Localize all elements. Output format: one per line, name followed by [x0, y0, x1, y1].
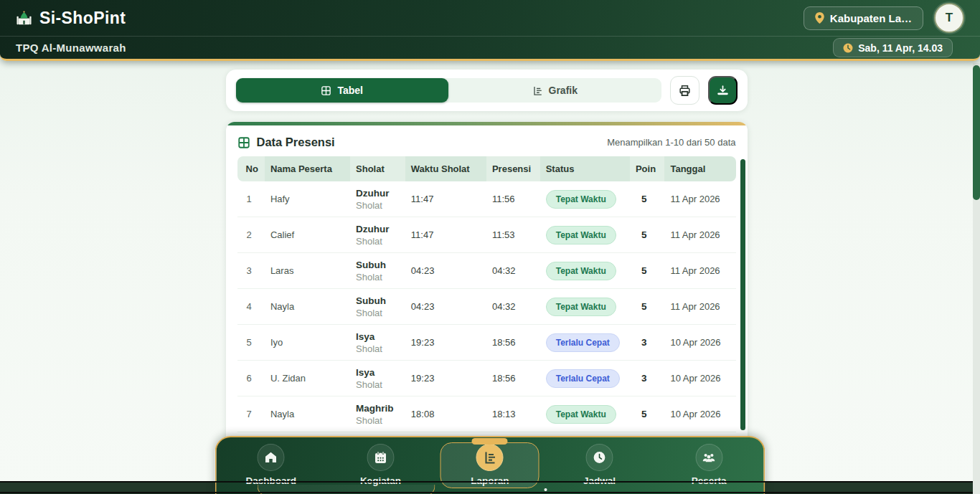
cell-status: Tepat Waktu — [540, 217, 630, 253]
download-button[interactable] — [708, 76, 738, 105]
status-badge: Tepat Waktu — [546, 226, 616, 244]
avatar[interactable]: T — [934, 3, 964, 33]
nav-item-laporan[interactable]: Laporan — [435, 444, 545, 494]
cell-tanggal: 11 Apr 2026 — [664, 289, 735, 325]
cell-waktu-sholat: 19:23 — [405, 361, 486, 396]
cell-presensi: 18:56 — [486, 325, 540, 361]
app-header: Si-ShoPint Kabupaten La… T TPQ Al-Munaww… — [0, 0, 980, 61]
sholat-sublabel: Sholat — [356, 415, 400, 426]
cell-waktu-sholat: 11:47 — [405, 181, 486, 217]
users-icon — [695, 444, 722, 471]
col-tanggal: Tanggal — [664, 156, 735, 181]
cell-status: Tepat Waktu — [540, 396, 630, 432]
cell-status: Terlalu Cepat — [540, 325, 630, 361]
tab-grafik-label: Grafik — [549, 85, 578, 96]
cell-presensi: 11:56 — [486, 181, 540, 217]
table-header: No Nama Peserta Sholat Waktu Sholat Pres… — [237, 156, 736, 181]
status-badge: Tepat Waktu — [546, 262, 616, 280]
chart-icon — [532, 85, 543, 96]
nav-item-dashboard[interactable]: Dashboard — [217, 444, 326, 494]
cell-sholat: SubuhSholat — [350, 289, 405, 325]
col-status: Status — [540, 156, 630, 181]
nav-item-kegiatan[interactable]: Kegiatan — [326, 444, 435, 494]
page-scrollbar-thumb[interactable] — [973, 65, 980, 200]
sholat-sublabel: Sholat — [356, 272, 400, 282]
location-button[interactable]: Kabupaten La… — [804, 6, 923, 30]
sholat-name: Maghrib — [356, 403, 400, 414]
cell-status: Tepat Waktu — [540, 289, 630, 325]
cell-waktu-sholat: 18:08 — [405, 396, 486, 432]
cell-nama-peserta: Calief — [265, 217, 350, 253]
cell-poin: 5 — [630, 181, 664, 217]
cell-no: 5 — [237, 325, 265, 361]
table-scrollbar[interactable] — [740, 159, 745, 430]
cell-status: Tepat Waktu — [540, 181, 630, 217]
col-waktu: Waktu Sholat — [405, 156, 486, 181]
sholat-sublabel: Sholat — [356, 236, 400, 247]
tab-grafik[interactable]: Grafik — [448, 78, 661, 103]
cell-poin: 5 — [630, 217, 664, 253]
sholat-sublabel: Sholat — [356, 200, 400, 211]
cell-no: 4 — [237, 289, 265, 325]
nav-item-jadwal[interactable]: Jadwal — [545, 444, 654, 494]
main-content: Tabel Grafik — [0, 61, 973, 494]
cell-nama-peserta: Hafy — [265, 181, 350, 217]
location-button-label: Kabupaten La… — [830, 12, 912, 24]
cell-nama-peserta: Nayla — [265, 289, 350, 325]
cell-sholat: MaghribSholat — [350, 396, 405, 432]
nav-item-peserta[interactable]: Peserta — [654, 444, 764, 494]
table-grid-icon-green — [237, 136, 250, 149]
cell-nama-peserta: Iyo — [265, 325, 350, 361]
view-toolbar: Tabel Grafik — [226, 70, 748, 111]
org-name: TPQ Al-Munawwarah — [16, 42, 126, 54]
cell-presensi: 04:32 — [486, 253, 540, 289]
cell-nama-peserta: Nayla — [265, 396, 350, 432]
avatar-initial: T — [946, 11, 953, 25]
page-scrollbar-track[interactable] — [973, 63, 980, 494]
cell-nama-peserta: U. Zidan — [265, 361, 350, 396]
col-poin: Poin — [630, 156, 664, 181]
cell-presensi: 11:53 — [486, 217, 540, 253]
cell-poin: 5 — [630, 253, 664, 289]
cell-poin: 3 — [630, 361, 664, 396]
print-button[interactable] — [670, 76, 699, 105]
datetime-badge: Sab, 11 Apr, 14.03 — [833, 38, 953, 57]
download-icon — [716, 84, 730, 98]
cell-tanggal: 10 Apr 2026 — [664, 325, 735, 361]
calendar-icon — [367, 444, 394, 471]
cell-sholat: SubuhSholat — [350, 253, 405, 289]
cell-no: 1 — [237, 181, 265, 217]
table-grid-icon — [321, 85, 331, 96]
sholat-name: Dzuhur — [356, 224, 400, 234]
cell-no: 3 — [237, 253, 265, 289]
status-badge: Tepat Waktu — [546, 298, 616, 316]
table-row: 3LarasSubuhSholat04:2304:32Tepat Waktu51… — [237, 253, 736, 289]
cell-status: Terlalu Cepat — [540, 361, 630, 396]
cell-tanggal: 11 Apr 2026 — [664, 253, 735, 289]
cell-poin: 5 — [630, 396, 664, 432]
card-title-label: Data Presensi — [257, 136, 335, 149]
cell-poin: 5 — [630, 289, 664, 325]
cell-no: 7 — [237, 396, 265, 432]
window-divider-line — [0, 481, 980, 483]
col-presensi: Presensi — [486, 156, 540, 181]
table-row: 1HafyDzuhurSholat11:4711:56Tepat Waktu51… — [237, 181, 736, 217]
cell-no: 2 — [237, 217, 265, 253]
datetime-label: Sab, 11 Apr, 14.03 — [858, 42, 943, 54]
cell-no: 6 — [237, 361, 265, 396]
pagination-summary: Menampilkan 1-10 dari 50 data — [607, 137, 735, 148]
cell-tanggal: 11 Apr 2026 — [664, 181, 735, 217]
cell-nama-peserta: Laras — [265, 253, 350, 289]
cell-sholat: DzuhurSholat — [350, 217, 405, 253]
clock-icon — [843, 43, 853, 53]
sholat-sublabel: Sholat — [356, 343, 400, 354]
cell-waktu-sholat: 04:23 — [405, 289, 486, 325]
status-badge: Terlalu Cepat — [546, 333, 620, 352]
col-nama: Nama Peserta — [265, 156, 350, 181]
tab-tabel[interactable]: Tabel — [236, 78, 449, 103]
cell-tanggal: 10 Apr 2026 — [664, 396, 735, 432]
mosque-icon — [16, 10, 32, 27]
status-badge: Tepat Waktu — [546, 190, 616, 209]
cell-poin: 3 — [630, 325, 664, 361]
cell-tanggal: 11 Apr 2026 — [664, 217, 735, 253]
